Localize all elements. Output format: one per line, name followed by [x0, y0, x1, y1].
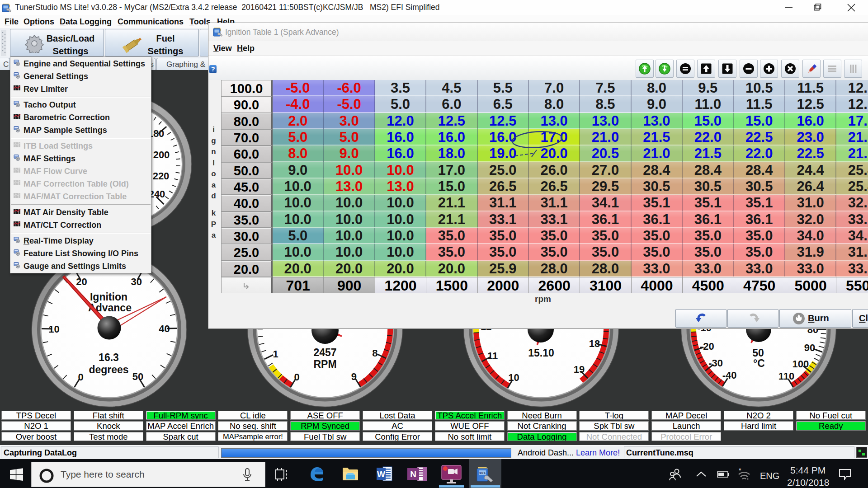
svg-text:40: 40: [159, 323, 170, 334]
svg-text:degrees: degrees: [89, 364, 128, 375]
svg-text:2457: 2457: [313, 347, 336, 358]
svg-text:W: W: [377, 469, 385, 479]
svg-text:11: 11: [487, 350, 498, 361]
svg-text:8: 8: [372, 347, 377, 359]
svg-text:101: 101: [479, 471, 486, 475]
svg-text:1: 1: [273, 348, 278, 360]
svg-text:90: 90: [804, 342, 815, 353]
svg-text:18: 18: [589, 338, 600, 349]
svg-text:100: 100: [792, 358, 809, 370]
svg-text:RPM: RPM: [313, 358, 336, 370]
svg-text:110: 110: [778, 371, 795, 382]
svg-text:-20: -20: [700, 341, 714, 352]
svg-text:200: 200: [153, 149, 170, 160]
svg-text:10: 10: [48, 324, 59, 335]
svg-text:220: 220: [153, 170, 170, 182]
svg-text:19: 19: [574, 364, 585, 375]
svg-text:°C: °C: [753, 357, 765, 369]
svg-text:16.3: 16.3: [99, 352, 119, 363]
svg-text:Ignition: Ignition: [90, 291, 127, 303]
svg-text:30: 30: [131, 276, 142, 287]
svg-text:0: 0: [294, 371, 299, 383]
svg-text:15.10: 15.10: [528, 347, 554, 359]
svg-text:0: 0: [78, 371, 84, 383]
svg-text:N: N: [410, 469, 416, 479]
svg-text:50: 50: [132, 371, 143, 382]
svg-text:20: 20: [76, 276, 87, 287]
svg-text:-30: -30: [708, 357, 723, 369]
svg-text:9: 9: [351, 371, 357, 382]
svg-text:10: 10: [508, 372, 519, 383]
svg-text:-40: -40: [722, 370, 737, 381]
